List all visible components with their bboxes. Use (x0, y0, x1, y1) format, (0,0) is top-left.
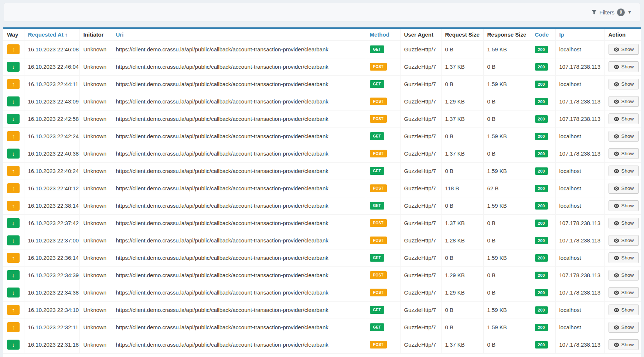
column-header-code[interactable]: Code (531, 29, 555, 41)
show-button[interactable]: Show (609, 79, 639, 89)
user-agent-cell: GuzzleHttp/7 (400, 284, 441, 301)
action-cell: Show (604, 284, 641, 301)
show-button[interactable]: Show (609, 96, 639, 107)
initiator-cell: Unknown (79, 301, 112, 319)
initiator-cell: Unknown (79, 41, 112, 58)
requested-at-cell: 16.10.2023 22:44:11 (24, 75, 79, 93)
show-button[interactable]: Show (609, 270, 639, 280)
initiator-cell: Unknown (79, 93, 112, 110)
ip-cell: localhost (555, 127, 604, 145)
eye-icon (614, 47, 619, 52)
show-button[interactable]: Show (609, 218, 639, 228)
show-button[interactable]: Show (609, 166, 639, 176)
code-cell: 200 (531, 93, 555, 110)
show-button[interactable]: Show (609, 148, 639, 159)
eye-icon (614, 238, 619, 243)
eye-icon (614, 99, 619, 104)
initiator-cell: Unknown (79, 162, 112, 180)
ip-cell: localhost (555, 41, 604, 58)
uri-cell: https://client.demo.crassu.la/api/public… (112, 162, 366, 180)
show-button-label: Show (621, 255, 634, 261)
show-button[interactable]: Show (609, 200, 639, 211)
show-button[interactable]: Show (609, 252, 639, 263)
method-cell: POST (366, 214, 400, 232)
action-cell: Show (604, 127, 641, 145)
show-button[interactable]: Show (609, 322, 639, 333)
column-header-label: Uri (116, 31, 124, 38)
requested-at-cell: 16.10.2023 22:46:08 (24, 41, 79, 58)
show-button[interactable]: Show (609, 287, 639, 298)
eye-icon (614, 204, 619, 208)
show-button-label: Show (621, 133, 634, 139)
initiator-cell: Unknown (79, 336, 112, 353)
show-button-label: Show (621, 151, 634, 156)
show-button[interactable]: Show (609, 235, 639, 246)
action-cell: Show (604, 301, 641, 319)
filters-count-badge: 0 (617, 8, 625, 16)
status-code-badge: 200 (535, 324, 548, 331)
filter-funnel-icon (592, 10, 597, 15)
ip-cell: localhost (555, 197, 604, 214)
response-size-cell: 0 B (483, 145, 531, 162)
column-header-label: Action (609, 31, 626, 38)
action-cell: Show (604, 75, 641, 93)
show-button[interactable]: Show (609, 131, 639, 142)
code-cell: 200 (531, 197, 555, 214)
code-cell: 200 (531, 319, 555, 336)
show-button[interactable]: Show (609, 305, 639, 315)
column-header-ip[interactable]: Ip (555, 29, 604, 41)
user-agent-cell: GuzzleHttp/7 (400, 214, 441, 232)
method-badge: GET (370, 132, 384, 140)
user-agent-cell: GuzzleHttp/7 (400, 266, 441, 284)
column-header-requested_at[interactable]: Requested At↑ (24, 29, 79, 41)
code-cell: 200 (531, 180, 555, 197)
action-cell: Show (604, 93, 641, 110)
eye-icon (614, 325, 619, 330)
way-cell: ↓ (3, 110, 24, 127)
request-size-cell: 1.29 KB (441, 284, 483, 301)
ip-cell: localhost (555, 75, 604, 93)
action-cell: Show (604, 110, 641, 127)
show-button-label: Show (621, 272, 634, 278)
eye-icon (614, 343, 619, 347)
action-cell: Show (604, 58, 641, 75)
arrow-down-icon: ↓ (7, 218, 20, 228)
uri-cell: https://client.demo.crassu.la/api/public… (112, 58, 366, 75)
show-button[interactable]: Show (609, 44, 639, 55)
request-size-cell: 1.29 KB (441, 266, 483, 284)
action-cell: Show (604, 249, 641, 266)
method-badge: GET (370, 254, 384, 262)
status-code-badge: 200 (535, 272, 548, 279)
method-cell: GET (366, 319, 400, 336)
uri-cell: https://client.demo.crassu.la/api/public… (112, 180, 366, 197)
code-cell: 200 (531, 284, 555, 301)
column-header-label: Request Size (445, 31, 480, 38)
column-header-method[interactable]: Method (366, 29, 400, 41)
show-button[interactable]: Show (609, 113, 639, 124)
uri-cell: https://client.demo.crassu.la/api/public… (112, 266, 366, 284)
request-size-cell: 1.37 KB (441, 145, 483, 162)
show-button-label: Show (621, 99, 634, 104)
show-button[interactable]: Show (609, 61, 639, 72)
table-row: ↓ 16.10.2023 22:31:18 Unknown https://cl… (3, 336, 641, 353)
filters-button[interactable]: Filters 0 ▼ (592, 8, 632, 16)
arrow-down-icon: ↓ (7, 288, 20, 298)
response-size-cell: 1.59 KB (483, 249, 531, 266)
way-cell: ↓ (3, 232, 24, 249)
arrow-down-icon: ↓ (7, 62, 20, 72)
way-cell: ↑ (3, 162, 24, 180)
show-button[interactable]: Show (609, 339, 639, 350)
action-cell: Show (604, 266, 641, 284)
table-row: ↑ 16.10.2023 22:34:10 Unknown https://cl… (3, 301, 641, 319)
code-cell: 200 (531, 214, 555, 232)
ip-cell: localhost (555, 319, 604, 336)
method-cell: POST (366, 58, 400, 75)
arrow-down-icon: ↓ (7, 270, 20, 280)
method-badge: GET (370, 167, 384, 175)
method-badge: POST (370, 63, 387, 71)
requested-at-cell: 16.10.2023 22:34:39 (24, 266, 79, 284)
column-header-uri[interactable]: Uri (112, 29, 366, 41)
requested-at-cell: 16.10.2023 22:37:00 (24, 232, 79, 249)
show-button[interactable]: Show (609, 183, 639, 194)
action-cell: Show (604, 336, 641, 353)
